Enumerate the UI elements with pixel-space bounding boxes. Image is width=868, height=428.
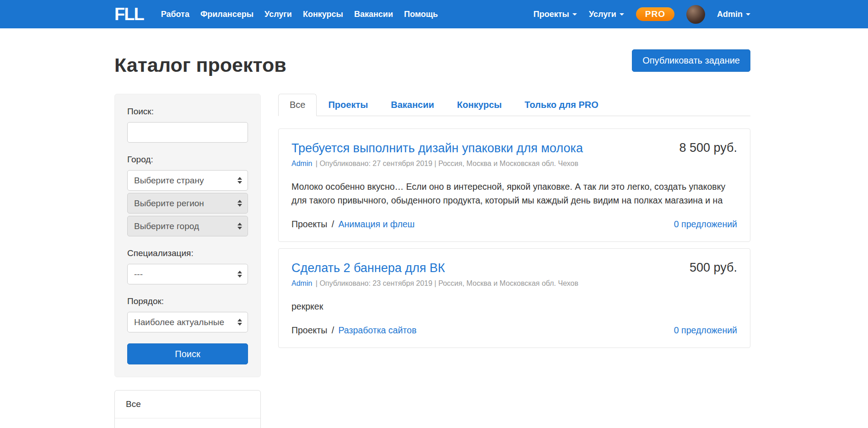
project-card-foot: Проекты / Анимация и флеш 0 предложений [291,219,737,230]
project-offers-link[interactable]: 0 предложений [674,219,737,230]
specialization-select-value: --- [134,269,143,279]
select-arrows-icon [237,319,242,326]
category-separator: / [332,325,334,335]
navbar-inner: FLL Работа Фрилансеры Услуги Конкурсы Ва… [114,5,750,24]
select-arrows-icon [237,223,242,230]
categories-card: Все [114,390,261,428]
arrow-down-glyph [237,227,242,230]
project-meta: Admin | Опубликовано: 23 сентября 2019 |… [291,279,737,288]
category-separator: / [332,219,334,229]
city-group: Город: Выберите страну Выберите регион [127,155,248,236]
arrow-down-glyph [237,323,242,326]
specialization-select[interactable]: --- [127,264,248,284]
order-label: Порядок: [127,296,248,306]
project-price: 500 руб. [690,261,737,275]
specialization-group: Специализация: --- [127,248,248,284]
project-author-link[interactable]: Admin [291,160,312,167]
search-label: Поиск: [127,107,248,117]
arrow-down-glyph [237,204,242,207]
project-description: рекркек [291,300,737,313]
tab-all[interactable]: Все [278,94,317,116]
arrow-down-glyph [237,181,242,184]
page-container: Каталог проектов Опубликовать задание По… [114,49,750,428]
projects-dropdown[interactable]: Проекты [534,10,577,19]
arrow-up-glyph [237,319,242,321]
search-group: Поиск: [127,107,248,143]
select-arrows-icon [237,200,242,207]
region-select[interactable]: Выберите регион [127,193,248,214]
filters-sidebar: Поиск: Город: Выберите страну Выберите р… [114,94,261,428]
project-author-link[interactable]: Admin [291,279,312,287]
project-subcategory-link[interactable]: Анимация и флеш [339,219,415,229]
search-input[interactable] [127,122,248,143]
caret-down-icon [572,13,577,16]
user-menu-dropdown[interactable]: Admin [717,10,750,19]
project-category-root: Проекты [291,325,327,335]
search-submit-button[interactable]: Поиск [127,343,248,364]
project-card-head: Сделать 2 баннера для ВК 500 руб. [291,261,737,276]
project-card: Требуется выполнить дизайн упаковки для … [278,128,750,242]
order-select-value: Наиболее актуальные [134,317,224,327]
arrow-down-glyph [237,275,242,278]
category-item-all[interactable]: Все [115,391,260,418]
nav-item-rabota[interactable]: Работа [161,10,189,19]
city-label: Город: [127,155,248,165]
project-category: Проекты / Анимация и флеш [291,219,415,230]
order-select[interactable]: Наиболее актуальные [127,312,248,332]
username-label: Admin [717,10,743,19]
project-meta-text: | Опубликовано: 27 сентября 2019 | Росси… [316,160,578,167]
services-dropdown[interactable]: Услуги [589,10,624,19]
project-price: 8 500 руб. [679,141,737,155]
select-arrows-icon [237,271,242,278]
city-select-value: Выберите город [134,221,199,231]
top-navbar: FLL Работа Фрилансеры Услуги Конкурсы Ва… [0,0,868,28]
project-category-root: Проекты [291,219,327,229]
project-offers-link[interactable]: 0 предложений [674,325,737,336]
arrow-up-glyph [237,271,242,273]
city-select[interactable]: Выберите город [127,216,248,236]
region-select-value: Выберите регион [134,198,204,209]
publish-task-button[interactable]: Опубликовать задание [632,49,750,72]
project-card-head: Требуется выполнить дизайн упаковки для … [291,141,737,156]
arrow-up-glyph [237,200,242,203]
catalog-tabs: Все Проекты Вакансии Конкурсы Только для… [278,94,750,116]
project-subcategory-link[interactable]: Разработка сайтов [339,325,417,335]
nav-item-freelancers[interactable]: Фрилансеры [200,10,253,19]
project-meta-text: | Опубликовано: 23 сентября 2019 | Росси… [316,279,578,287]
select-arrows-icon [237,177,242,184]
project-title-link[interactable]: Требуется выполнить дизайн упаковки для … [291,141,583,156]
list-item[interactable] [115,418,260,428]
tab-projects[interactable]: Проекты [317,94,379,116]
order-group: Порядок: Наиболее актуальные [127,296,248,332]
navbar-right: Проекты Услуги PRO Admin [534,5,750,24]
filters-card: Поиск: Город: Выберите страну Выберите р… [114,94,261,377]
main-nav: Работа Фрилансеры Услуги Конкурсы Ваканс… [150,10,438,19]
project-category: Проекты / Разработка сайтов [291,325,416,336]
country-select[interactable]: Выберите страну [127,170,248,191]
project-title-link[interactable]: Сделать 2 баннера для ВК [291,261,445,276]
project-card-foot: Проекты / Разработка сайтов 0 предложени… [291,325,737,336]
page-title: Каталог проектов [114,54,286,76]
pro-badge[interactable]: PRO [636,7,674,21]
tab-vacancies[interactable]: Вакансии [379,94,446,116]
caret-down-icon [746,13,750,16]
nav-item-konkursy[interactable]: Конкурсы [303,10,343,19]
content-layout: Поиск: Город: Выберите страну Выберите р… [114,94,750,428]
country-select-value: Выберите страну [134,176,204,186]
arrow-up-glyph [237,177,242,180]
page-header-row: Каталог проектов Опубликовать задание [114,49,750,76]
tab-contests[interactable]: Конкурсы [446,94,513,116]
logo[interactable]: FLL [114,5,144,23]
services-dropdown-label: Услуги [589,10,616,19]
nav-item-pomosh[interactable]: Помощь [404,10,438,19]
caret-down-icon [620,13,624,16]
projects-dropdown-label: Проекты [534,10,569,19]
nav-item-uslugi[interactable]: Услуги [264,10,292,19]
project-list: Требуется выполнить дизайн упаковки для … [278,128,750,348]
projects-main: Все Проекты Вакансии Конкурсы Только для… [278,94,750,348]
tab-pro-only[interactable]: Только для PRO [513,94,610,116]
user-avatar[interactable] [686,5,705,24]
arrow-up-glyph [237,223,242,225]
project-description: Молоко особенно вкусно… Если оно в интер… [291,180,737,207]
nav-item-vakansii[interactable]: Вакансии [354,10,393,19]
